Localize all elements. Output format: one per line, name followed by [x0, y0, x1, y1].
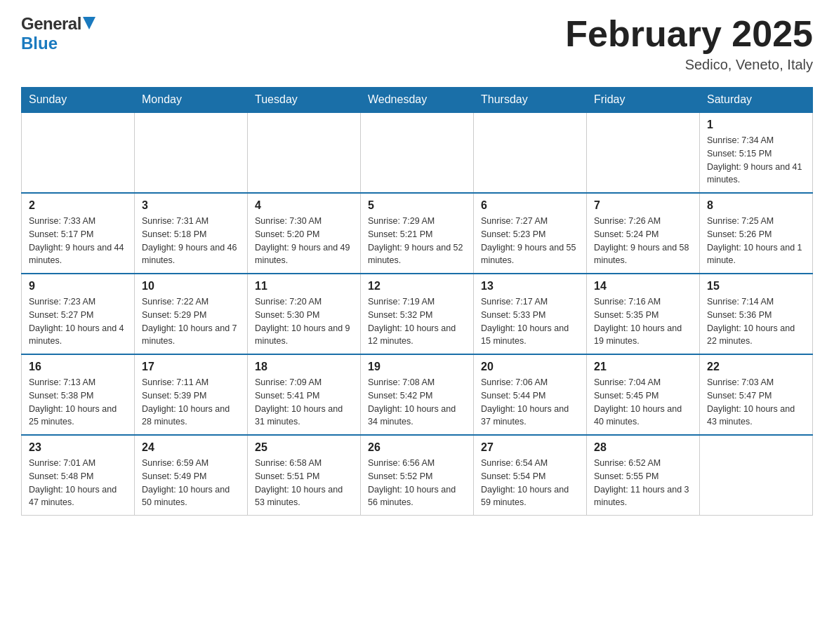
title-area: February 2025 Sedico, Veneto, Italy	[565, 14, 813, 73]
day-number: 20	[481, 361, 579, 373]
calendar-cell	[22, 112, 135, 193]
day-info: Sunrise: 7:06 AMSunset: 5:44 PMDaylight:…	[481, 376, 579, 429]
day-info: Sunrise: 6:54 AMSunset: 5:54 PMDaylight:…	[481, 457, 579, 509]
day-number: 11	[255, 280, 353, 293]
calendar-cell: 27Sunrise: 6:54 AMSunset: 5:54 PMDayligh…	[474, 435, 587, 516]
calendar-cell: 22Sunrise: 7:03 AMSunset: 5:47 PMDayligh…	[700, 354, 813, 435]
day-number: 4	[255, 199, 353, 212]
calendar-cell: 18Sunrise: 7:09 AMSunset: 5:41 PMDayligh…	[248, 354, 361, 435]
calendar-week-row: 1Sunrise: 7:34 AMSunset: 5:15 PMDaylight…	[22, 112, 813, 193]
day-number: 7	[594, 199, 692, 212]
calendar-cell: 11Sunrise: 7:20 AMSunset: 5:30 PMDayligh…	[248, 274, 361, 354]
day-info: Sunrise: 7:09 AMSunset: 5:41 PMDaylight:…	[255, 376, 353, 429]
calendar-cell: 13Sunrise: 7:17 AMSunset: 5:33 PMDayligh…	[474, 274, 587, 354]
calendar-cell: 2Sunrise: 7:33 AMSunset: 5:17 PMDaylight…	[22, 193, 135, 274]
day-info: Sunrise: 7:14 AMSunset: 5:36 PMDaylight:…	[707, 295, 805, 348]
calendar-cell: 6Sunrise: 7:27 AMSunset: 5:23 PMDaylight…	[474, 193, 587, 274]
day-info: Sunrise: 7:22 AMSunset: 5:29 PMDaylight:…	[142, 295, 240, 348]
day-number: 12	[368, 280, 466, 293]
day-info: Sunrise: 7:33 AMSunset: 5:17 PMDaylight:…	[29, 215, 127, 267]
day-of-week-header: Monday	[135, 88, 248, 113]
day-of-week-header: Friday	[587, 88, 700, 113]
day-number: 28	[594, 441, 692, 454]
day-info: Sunrise: 6:56 AMSunset: 5:52 PMDaylight:…	[368, 457, 466, 509]
calendar-header: SundayMondayTuesdayWednesdayThursdayFrid…	[22, 88, 813, 113]
month-title: February 2025	[565, 14, 813, 54]
day-number: 6	[481, 199, 579, 212]
day-of-week-header: Saturday	[700, 88, 813, 113]
svg-marker-0	[83, 17, 95, 29]
calendar-cell: 4Sunrise: 7:30 AMSunset: 5:20 PMDaylight…	[248, 193, 361, 274]
calendar-week-row: 23Sunrise: 7:01 AMSunset: 5:48 PMDayligh…	[22, 435, 813, 516]
day-number: 15	[707, 280, 805, 293]
day-info: Sunrise: 7:31 AMSunset: 5:18 PMDaylight:…	[142, 215, 240, 267]
calendar-cell: 3Sunrise: 7:31 AMSunset: 5:18 PMDaylight…	[135, 193, 248, 274]
calendar-week-row: 9Sunrise: 7:23 AMSunset: 5:27 PMDaylight…	[22, 274, 813, 354]
calendar-cell: 7Sunrise: 7:26 AMSunset: 5:24 PMDaylight…	[587, 193, 700, 274]
day-info: Sunrise: 7:17 AMSunset: 5:33 PMDaylight:…	[481, 295, 579, 348]
logo-blue-text: Blue	[21, 34, 58, 53]
calendar-week-row: 2Sunrise: 7:33 AMSunset: 5:17 PMDaylight…	[22, 193, 813, 274]
day-number: 19	[368, 361, 466, 373]
calendar-cell: 19Sunrise: 7:08 AMSunset: 5:42 PMDayligh…	[361, 354, 474, 435]
page-header: General Blue February 2025 Sedico, Venet…	[21, 14, 813, 73]
day-number: 5	[368, 199, 466, 212]
day-info: Sunrise: 6:58 AMSunset: 5:51 PMDaylight:…	[255, 457, 353, 509]
day-info: Sunrise: 7:20 AMSunset: 5:30 PMDaylight:…	[255, 295, 353, 348]
calendar-cell	[248, 112, 361, 193]
day-number: 22	[707, 361, 805, 373]
calendar-cell: 9Sunrise: 7:23 AMSunset: 5:27 PMDaylight…	[22, 274, 135, 354]
day-of-week-header: Thursday	[474, 88, 587, 113]
calendar-cell: 20Sunrise: 7:06 AMSunset: 5:44 PMDayligh…	[474, 354, 587, 435]
calendar-table: SundayMondayTuesdayWednesdayThursdayFrid…	[21, 87, 813, 516]
logo-triangle-icon	[83, 17, 95, 31]
day-number: 16	[29, 361, 127, 373]
calendar-cell: 16Sunrise: 7:13 AMSunset: 5:38 PMDayligh…	[22, 354, 135, 435]
day-number: 27	[481, 441, 579, 454]
day-info: Sunrise: 6:59 AMSunset: 5:49 PMDaylight:…	[142, 457, 240, 509]
calendar-cell	[135, 112, 248, 193]
calendar-cell: 15Sunrise: 7:14 AMSunset: 5:36 PMDayligh…	[700, 274, 813, 354]
calendar-cell: 1Sunrise: 7:34 AMSunset: 5:15 PMDaylight…	[700, 112, 813, 193]
calendar-cell: 5Sunrise: 7:29 AMSunset: 5:21 PMDaylight…	[361, 193, 474, 274]
day-info: Sunrise: 7:04 AMSunset: 5:45 PMDaylight:…	[594, 376, 692, 429]
day-info: Sunrise: 7:30 AMSunset: 5:20 PMDaylight:…	[255, 215, 353, 267]
calendar-cell: 25Sunrise: 6:58 AMSunset: 5:51 PMDayligh…	[248, 435, 361, 516]
day-number: 14	[594, 280, 692, 293]
day-number: 13	[481, 280, 579, 293]
day-number: 25	[255, 441, 353, 454]
calendar-cell: 17Sunrise: 7:11 AMSunset: 5:39 PMDayligh…	[135, 354, 248, 435]
day-number: 17	[142, 361, 240, 373]
location-text: Sedico, Veneto, Italy	[565, 57, 813, 73]
calendar-cell: 12Sunrise: 7:19 AMSunset: 5:32 PMDayligh…	[361, 274, 474, 354]
day-info: Sunrise: 7:23 AMSunset: 5:27 PMDaylight:…	[29, 295, 127, 348]
day-info: Sunrise: 7:03 AMSunset: 5:47 PMDaylight:…	[707, 376, 805, 429]
logo-general-text: General	[21, 14, 81, 34]
logo: General Blue	[21, 14, 95, 53]
day-info: Sunrise: 7:11 AMSunset: 5:39 PMDaylight:…	[142, 376, 240, 429]
day-of-week-header: Wednesday	[361, 88, 474, 113]
calendar-cell: 10Sunrise: 7:22 AMSunset: 5:29 PMDayligh…	[135, 274, 248, 354]
calendar-cell: 8Sunrise: 7:25 AMSunset: 5:26 PMDaylight…	[700, 193, 813, 274]
day-number: 23	[29, 441, 127, 454]
day-number: 1	[707, 119, 805, 131]
day-number: 3	[142, 199, 240, 212]
day-number: 24	[142, 441, 240, 454]
calendar-cell	[587, 112, 700, 193]
day-info: Sunrise: 7:26 AMSunset: 5:24 PMDaylight:…	[594, 215, 692, 267]
calendar-cell: 23Sunrise: 7:01 AMSunset: 5:48 PMDayligh…	[22, 435, 135, 516]
day-number: 9	[29, 280, 127, 293]
day-info: Sunrise: 7:19 AMSunset: 5:32 PMDaylight:…	[368, 295, 466, 348]
calendar-cell	[361, 112, 474, 193]
day-of-week-header: Sunday	[22, 88, 135, 113]
day-number: 10	[142, 280, 240, 293]
calendar-cell: 14Sunrise: 7:16 AMSunset: 5:35 PMDayligh…	[587, 274, 700, 354]
day-number: 18	[255, 361, 353, 373]
day-info: Sunrise: 7:27 AMSunset: 5:23 PMDaylight:…	[481, 215, 579, 267]
calendar-week-row: 16Sunrise: 7:13 AMSunset: 5:38 PMDayligh…	[22, 354, 813, 435]
day-info: Sunrise: 7:13 AMSunset: 5:38 PMDaylight:…	[29, 376, 127, 429]
calendar-cell	[474, 112, 587, 193]
day-number: 8	[707, 199, 805, 212]
day-number: 2	[29, 199, 127, 212]
calendar-body: 1Sunrise: 7:34 AMSunset: 5:15 PMDaylight…	[22, 112, 813, 516]
